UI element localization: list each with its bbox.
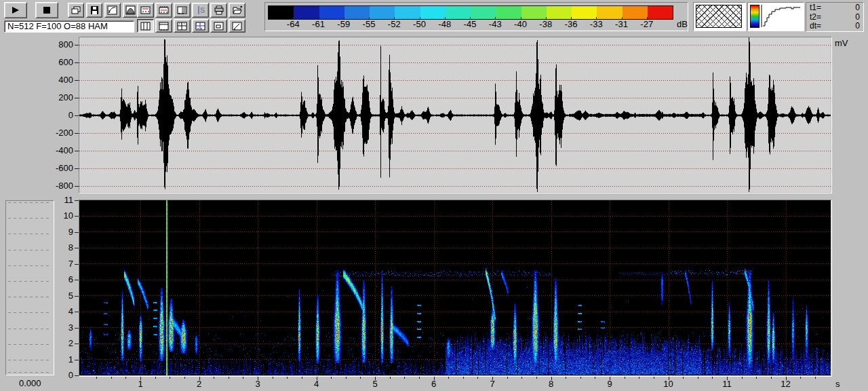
t1-value: 0 (855, 3, 860, 13)
palette-gradient-icon (750, 5, 760, 28)
layout-split-vertical-button[interactable] (137, 19, 154, 33)
transfer-curve-icon (761, 5, 801, 27)
axis-tick-label: -200 (42, 128, 73, 138)
status-field: N=512 F=100 O=88 HAM (4, 20, 134, 33)
time-axis-tick (170, 377, 170, 379)
time-axis-tick (639, 377, 639, 379)
time-axis-tick (742, 377, 743, 379)
time-axis-tick (698, 377, 698, 379)
axis-tick-label: 11 (719, 379, 735, 389)
oscillogram-canvas[interactable] (79, 37, 831, 192)
save-button[interactable] (86, 3, 102, 18)
colorbar-segment (572, 6, 597, 19)
spectrogram-scale-icon (159, 5, 170, 15)
layout-cross-button[interactable] (192, 19, 209, 33)
colorbar-tick-label: -61 (312, 19, 325, 29)
colorbar-segments (268, 5, 673, 20)
dither-box-icon (177, 5, 188, 15)
time-axis-tick (287, 377, 288, 379)
svg-text:S: S (200, 6, 205, 14)
time-axis-tick (683, 377, 684, 379)
hatch-pattern-box[interactable] (693, 2, 746, 31)
axis-tick-label: 11 (54, 195, 73, 205)
colorbar-segment (623, 6, 648, 19)
print-button[interactable] (210, 3, 227, 18)
axis-tick-label: 7 (484, 379, 500, 389)
palette-dither-button[interactable] (174, 3, 191, 18)
open-folder-icon (232, 5, 243, 15)
colorbar-tick-label: -59 (337, 19, 350, 29)
hatch-pattern-icon (696, 5, 742, 28)
colorbar-tick-label: -45 (464, 19, 477, 29)
colorbar-tick (344, 17, 344, 19)
axis-tick-label: -800 (42, 181, 73, 191)
axis-tick-label: 1 (132, 379, 149, 389)
time-axis-tick (712, 377, 713, 379)
spectrogram-canvas[interactable] (79, 200, 831, 375)
gain-curve-button[interactable] (104, 3, 121, 18)
time-unit-label: s (835, 379, 840, 389)
oscillogram-view-button[interactable] (137, 3, 154, 18)
colorbar-segment (496, 6, 521, 19)
floppy-disk-icon (90, 5, 100, 15)
colorbar-tick (319, 17, 319, 19)
colorbar-tick (470, 17, 471, 19)
layout-grid-button[interactable] (174, 19, 191, 33)
spectrogram-plot-frame (79, 200, 832, 377)
spectrogram-view-button[interactable] (155, 3, 172, 18)
axis-tick-label: 7 (54, 259, 73, 269)
colorbar-tick-label: -36 (565, 19, 578, 29)
transfer-function-box[interactable] (747, 2, 804, 31)
colorbar-tick-label: -33 (590, 19, 603, 29)
time-axis-tick (507, 377, 508, 379)
colorbar-tick (647, 17, 648, 19)
colorbar-segment (446, 6, 471, 19)
time-axis-tick (346, 377, 347, 379)
dt-label: dt= (810, 22, 821, 31)
oscillogram-icon (140, 5, 151, 15)
axis-tick-label: 9 (54, 227, 73, 237)
spectrum-section-button[interactable]: S (192, 3, 209, 18)
stop-button[interactable] (35, 2, 58, 18)
colorbar-tick (546, 17, 547, 19)
level-meter-dash (8, 281, 52, 282)
layout-edit-button[interactable] (229, 19, 245, 33)
hamming-window-icon (125, 5, 136, 15)
crosshair-grid-icon (195, 22, 206, 31)
colorbar-tick-label: -31 (615, 19, 628, 29)
time-axis-tick (521, 377, 522, 379)
grid-ticks-icon (177, 22, 188, 31)
time-axis-tick (125, 377, 126, 379)
colorbar-tick (394, 17, 395, 19)
t2-label: t2= (810, 13, 821, 22)
time-axis-tick (815, 377, 816, 379)
layout-top-strip-button[interactable] (155, 19, 172, 33)
time-axis-tick (654, 377, 654, 379)
axis-tick-label: 2 (191, 379, 208, 389)
edit-pencil-icon (232, 22, 243, 31)
open-button[interactable] (229, 3, 245, 18)
time-axis-tick (96, 377, 97, 379)
time-axis-tick (625, 377, 625, 379)
oscillogram-plot-frame (79, 37, 832, 193)
time-axis-tick (155, 377, 156, 379)
split-vertical-icon (140, 22, 151, 31)
colorbar-segment (319, 6, 344, 19)
axis-tick-label: 10 (54, 210, 73, 221)
axis-tick-label: 8 (54, 242, 73, 253)
dt-value: 0 (855, 22, 860, 31)
axis-tick-label: 5 (367, 379, 383, 389)
level-meter-dash (8, 312, 52, 313)
layout-inner-box-button[interactable] (210, 19, 227, 33)
split-top-icon (159, 22, 170, 31)
colorbar-tick (596, 17, 597, 19)
axis-tick-label: 6 (426, 379, 442, 389)
copy-window-button[interactable] (68, 3, 84, 18)
level-meter-dash (8, 265, 52, 266)
gain-curve-icon (107, 5, 118, 15)
play-button[interactable] (4, 2, 27, 18)
colorbar-segment (294, 6, 319, 19)
time-axis-tick (404, 377, 405, 379)
colorbar-tick (495, 17, 496, 19)
colorbar-tick-label: -40 (514, 19, 527, 29)
